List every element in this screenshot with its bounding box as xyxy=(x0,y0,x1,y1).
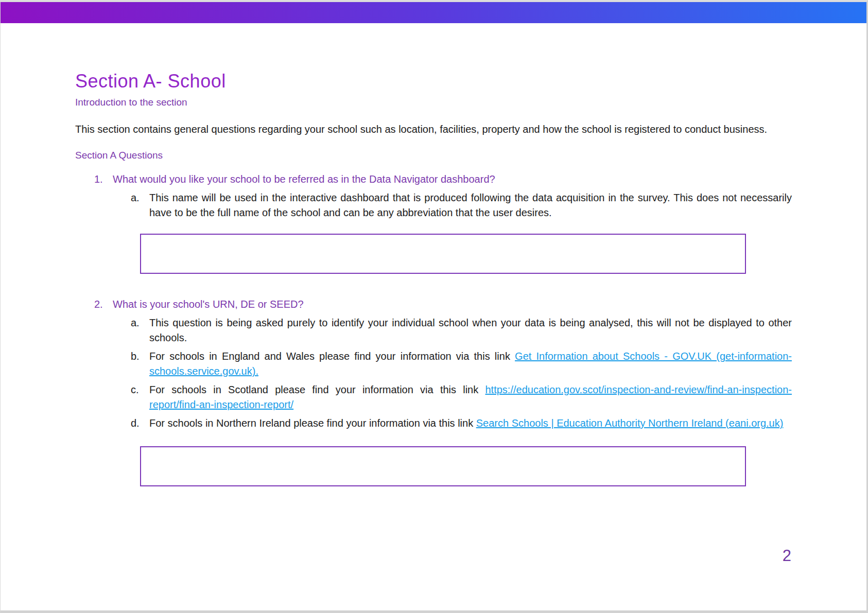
question-1-subitem-a: a. This name will be used in the interac… xyxy=(131,190,792,220)
header-gradient-bar xyxy=(1,2,866,23)
subitem-text-before: For schools in Scotland please find your… xyxy=(149,384,485,395)
questions-heading: Section A Questions xyxy=(75,150,792,161)
question-2-text: What is your school's URN, DE or SEED? xyxy=(113,297,792,312)
subitem-text-before: For schools in Northern Ireland please f… xyxy=(149,417,476,429)
subitem-letter: a. xyxy=(131,316,149,345)
answer-input-question-1[interactable] xyxy=(140,234,746,274)
subitem-text: This name will be used in the interactiv… xyxy=(149,190,792,220)
question-1: 1. What would you like your school to be… xyxy=(94,172,792,187)
subitem-text: For schools in Northern Ireland please f… xyxy=(149,416,792,431)
question-2-subitem-b: b. For schools in England and Wales plea… xyxy=(131,349,792,379)
answer-input-question-2[interactable] xyxy=(140,446,746,486)
question-2-number: 2. xyxy=(94,297,113,312)
section-intro-paragraph: This section contains general questions … xyxy=(75,122,792,137)
subitem-text-before: For schools in England and Wales please … xyxy=(149,351,515,362)
subitem-letter: b. xyxy=(131,349,149,379)
subitem-letter: c. xyxy=(131,382,149,412)
page-number: 2 xyxy=(783,547,791,565)
link-northern-ireland-schools[interactable]: Search Schools | Education Authority Nor… xyxy=(476,417,784,429)
subitem-letter: d. xyxy=(131,416,149,431)
section-title: Section A- School xyxy=(75,71,792,92)
question-2-subitem-a: a. This question is being asked purely t… xyxy=(131,316,792,345)
subitem-text: This question is being asked purely to i… xyxy=(149,316,792,345)
subitem-text: For schools in England and Wales please … xyxy=(149,349,792,379)
question-1-text: What would you like your school to be re… xyxy=(113,172,792,187)
question-1-number: 1. xyxy=(94,172,113,187)
page-content: Section A- School Introduction to the se… xyxy=(1,71,866,486)
question-2-subitem-d: d. For schools in Northern Ireland pleas… xyxy=(131,416,792,431)
section-subtitle: Introduction to the section xyxy=(75,97,792,108)
subitem-letter: a. xyxy=(131,190,149,220)
question-2-subitem-c: c. For schools in Scotland please find y… xyxy=(131,382,792,412)
question-2: 2. What is your school's URN, DE or SEED… xyxy=(94,297,792,312)
subitem-text: For schools in Scotland please find your… xyxy=(149,382,792,412)
document-page: Section A- School Introduction to the se… xyxy=(0,0,868,613)
